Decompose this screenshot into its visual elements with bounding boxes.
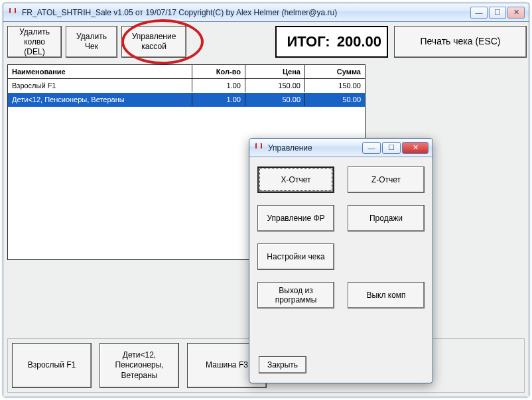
dialog-title: Управление [268, 143, 362, 153]
header-name: Наименование [8, 65, 192, 78]
cell-price: 150.00 [245, 79, 305, 92]
dialog-close-x-button[interactable]: ✕ [402, 142, 429, 154]
top-toolbar: Удалить колво (DEL) Удалить Чек Управлен… [3, 22, 529, 62]
titlebar: FR_ATOL_SHTRIH_Sale v1.05 от 19/07/17 Co… [3, 3, 529, 22]
table-header: Наименование Кол-во Цена Сумма [8, 65, 365, 79]
cell-sum: 50.00 [305, 93, 365, 106]
cell-name: Дети<12, Пенсионеры, Ветераны [8, 93, 192, 106]
cell-price: 50.00 [245, 93, 305, 106]
z-report-button[interactable]: Z-Отчет [348, 167, 425, 193]
total-label: ИТОГ: [287, 33, 330, 50]
shutdown-button[interactable]: Выкл комп [348, 282, 425, 308]
delete-check-button[interactable]: Удалить Чек [66, 26, 117, 58]
manage-fr-button[interactable]: Управление ФР [257, 205, 334, 232]
print-check-button[interactable]: Печать чека (ESC) [394, 26, 527, 58]
preset-children-button[interactable]: Дети<12, Пенсионеры, Ветераны [100, 343, 179, 388]
app-icon [7, 7, 18, 18]
cell-qty: 1.00 [192, 79, 245, 92]
dialog-close-button[interactable]: Закрыть [259, 356, 306, 373]
header-qty: Кол-во [192, 65, 245, 78]
dialog-minimize-button[interactable]: — [362, 142, 381, 154]
x-report-button[interactable]: X-Отчет [257, 167, 334, 193]
total-value: 200.00 [337, 33, 381, 50]
header-price: Цена [245, 65, 305, 78]
manage-cash-button[interactable]: Управление кассой [121, 26, 186, 58]
preset-adult-button[interactable]: Взрослый F1 [12, 343, 92, 388]
table-row[interactable]: Дети<12, Пенсионеры, Ветераны1.0050.0050… [8, 93, 365, 107]
delete-qty-button[interactable]: Удалить колво (DEL) [7, 26, 62, 58]
dialog-titlebar: Управление — ☐ ✕ [249, 139, 432, 157]
close-button[interactable]: ✕ [507, 7, 525, 19]
dialog-maximize-button[interactable]: ☐ [382, 142, 401, 154]
exit-program-button[interactable]: Выход из программы [257, 282, 334, 308]
manage-dialog: Управление — ☐ ✕ X-Отчет Z-Отчет Управле… [249, 138, 433, 383]
main-window: FR_ATOL_SHTRIH_Sale v1.05 от 19/07/17 Co… [3, 3, 529, 397]
maximize-button[interactable]: ☐ [489, 7, 506, 19]
minimize-button[interactable]: — [470, 7, 488, 19]
sales-button[interactable]: Продажи [348, 205, 425, 232]
header-sum: Сумма [305, 65, 365, 78]
table-row[interactable]: Взрослый F11.00150.00150.00 [8, 79, 365, 93]
dialog-body: X-Отчет Z-Отчет Управление ФР Продажи На… [249, 157, 432, 383]
table-body: Взрослый F11.00150.00150.00Дети<12, Пенс… [8, 79, 365, 107]
check-settings-button[interactable]: Настройки чека [257, 243, 334, 270]
cell-sum: 150.00 [305, 79, 365, 92]
total-display: ИТОГ: 200.00 [275, 26, 388, 58]
window-title: FR_ATOL_SHTRIH_Sale v1.05 от 19/07/17 Co… [22, 8, 470, 17]
cell-qty: 1.00 [192, 93, 245, 106]
client-area: Удалить колво (DEL) Удалить Чек Управлен… [3, 22, 529, 397]
dialog-icon [253, 143, 264, 153]
cell-name: Взрослый F1 [8, 79, 192, 92]
